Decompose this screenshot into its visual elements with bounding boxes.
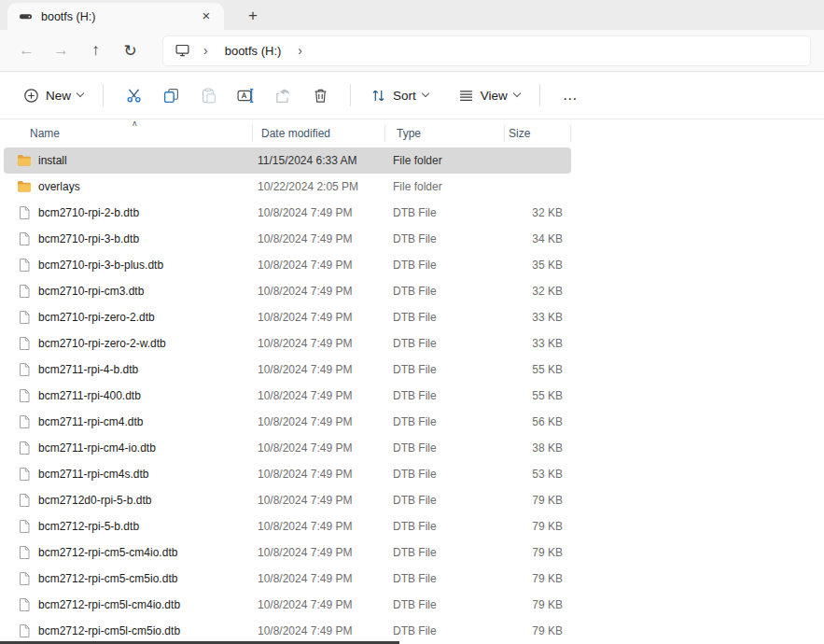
file-size: 79 KB	[500, 572, 567, 585]
tab-close-icon[interactable]: ×	[196, 7, 216, 27]
file-date-modified: 10/8/2024 7:49 PM	[248, 415, 381, 428]
file-size: 53 KB	[500, 468, 567, 481]
new-button-label: New	[46, 89, 71, 103]
refresh-button[interactable]: ↻	[113, 35, 147, 65]
cut-button[interactable]	[115, 79, 152, 111]
column-header-name[interactable]: Name	[4, 119, 252, 147]
file-type: File folder	[381, 180, 500, 193]
file-type: DTB File	[381, 520, 500, 533]
file-date-modified: 10/8/2024 7:49 PM	[248, 598, 381, 611]
view-list-icon	[458, 88, 474, 104]
file-icon	[17, 362, 32, 377]
chevron-down-icon	[513, 90, 521, 97]
file-name: bcm2710-rpi-cm3.dtb	[38, 285, 144, 298]
file-icon	[17, 231, 32, 246]
address-bar[interactable]: › bootfs (H:) ›	[162, 35, 811, 66]
copy-button[interactable]	[152, 79, 189, 111]
table-row[interactable]: bcm2711-rpi-cm4-io.dtb 10/8/2024 7:49 PM…	[4, 435, 571, 461]
new-tab-button[interactable]: +	[241, 5, 265, 27]
table-row[interactable]: bcm2710-rpi-3-b-plus.dtb 10/8/2024 7:49 …	[4, 252, 571, 278]
up-button[interactable]: ↑	[78, 35, 113, 65]
file-date-modified: 11/15/2024 6:33 AM	[248, 154, 381, 167]
column-header-type[interactable]: Type	[384, 119, 504, 147]
table-row[interactable]: bcm2710-rpi-cm3.dtb 10/8/2024 7:49 PM DT…	[4, 278, 571, 304]
sort-button[interactable]: Sort	[362, 81, 437, 110]
delete-button[interactable]	[301, 79, 339, 111]
view-button[interactable]: View	[450, 81, 528, 110]
file-type: DTB File	[381, 206, 500, 219]
table-row[interactable]: bcm2711-rpi-400.dtb 10/8/2024 7:49 PM DT…	[4, 383, 571, 409]
table-row[interactable]: bcm2712d0-rpi-5-b.dtb 10/8/2024 7:49 PM …	[4, 487, 571, 513]
file-type: DTB File	[381, 232, 500, 245]
file-date-modified: 10/8/2024 7:49 PM	[248, 468, 381, 481]
view-button-label: View	[481, 89, 508, 103]
folder-icon	[17, 153, 32, 168]
file-size: 32 KB	[500, 206, 567, 219]
table-row[interactable]: bcm2712-rpi-5-b.dtb 10/8/2024 7:49 PM DT…	[4, 513, 571, 539]
table-row[interactable]: bcm2711-rpi-4-b.dtb 10/8/2024 7:49 PM DT…	[4, 357, 571, 383]
row-icon-slot	[17, 545, 32, 560]
file-type: DTB File	[381, 546, 500, 559]
file-type: File folder	[381, 154, 500, 167]
file-icon	[17, 414, 32, 429]
table-row[interactable]: bcm2710-rpi-2-b.dtb 10/8/2024 7:49 PM DT…	[4, 200, 571, 226]
table-row[interactable]: bcm2710-rpi-3-b.dtb 10/8/2024 7:49 PM DT…	[4, 226, 571, 252]
row-icon-slot	[17, 179, 32, 194]
share-button[interactable]	[264, 79, 301, 111]
row-icon-slot	[17, 571, 32, 586]
file-date-modified: 10/8/2024 7:49 PM	[248, 232, 381, 245]
column-header-date-modified[interactable]: Date modified	[252, 119, 384, 147]
table-row[interactable]: bcm2710-rpi-zero-2-w.dtb 10/8/2024 7:49 …	[4, 330, 571, 357]
file-icon	[17, 310, 32, 325]
this-pc-icon[interactable]	[173, 43, 192, 58]
folder-icon	[17, 179, 32, 194]
table-row[interactable]: bcm2712-rpi-cm5l-cm4io.dtb 10/8/2024 7:4…	[4, 592, 571, 618]
file-size: 56 KB	[500, 415, 567, 428]
drive-icon	[19, 9, 33, 23]
row-icon-slot	[17, 205, 32, 220]
sort-button-label: Sort	[393, 89, 416, 103]
new-button[interactable]: New	[15, 81, 91, 110]
breadcrumb-chevron-icon: ›	[196, 43, 216, 58]
forward-button[interactable]: →	[44, 35, 78, 65]
table-row[interactable]: overlays 10/22/2024 2:05 PM File folder	[4, 174, 571, 200]
table-row[interactable]: bcm2712-rpi-cm5-cm5io.dtb 10/8/2024 7:49…	[4, 566, 571, 592]
file-size: 32 KB	[500, 285, 567, 298]
file-icon	[17, 205, 32, 220]
clipboard-icon	[201, 88, 216, 104]
file-size: 55 KB	[500, 389, 567, 402]
file-size: 34 KB	[500, 232, 567, 245]
navigation-bar: ← → ↑ ↻ › bootfs (H:) ›	[0, 30, 824, 72]
file-size: 79 KB	[500, 494, 567, 507]
table-row[interactable]: bcm2711-rpi-cm4.dtb 10/8/2024 7:49 PM DT…	[4, 409, 571, 435]
header-divider	[252, 125, 253, 142]
file-type: DTB File	[381, 311, 500, 324]
file-date-modified: 10/8/2024 7:49 PM	[248, 389, 381, 402]
file-name: bcm2710-rpi-3-b.dtb	[38, 232, 139, 245]
table-row[interactable]: bcm2712-rpi-cm5l-cm5io.dtb 10/8/2024 7:4…	[4, 618, 571, 644]
table-row[interactable]: bcm2711-rpi-cm4s.dtb 10/8/2024 7:49 PM D…	[4, 461, 571, 487]
trash-icon	[313, 88, 328, 104]
file-icon	[17, 545, 32, 560]
table-row[interactable]: bcm2710-rpi-zero-2.dtb 10/8/2024 7:49 PM…	[4, 304, 571, 330]
file-date-modified: 10/8/2024 7:49 PM	[248, 624, 381, 637]
new-plus-icon	[23, 88, 39, 104]
row-icon-slot	[17, 519, 32, 534]
file-icon	[17, 571, 32, 586]
paste-button[interactable]	[189, 79, 227, 111]
back-button[interactable]: ←	[9, 35, 44, 65]
file-type: DTB File	[381, 598, 500, 611]
breadcrumb-segment[interactable]: bootfs (H:)	[219, 42, 287, 60]
file-name: bcm2710-rpi-2-b.dtb	[38, 206, 139, 219]
see-more-button[interactable]: …	[552, 83, 590, 107]
file-type: DTB File	[381, 624, 500, 637]
rename-button[interactable]	[227, 79, 264, 111]
column-header-size[interactable]: Size	[504, 119, 571, 147]
row-icon-slot	[17, 336, 32, 351]
table-row[interactable]: bcm2712-rpi-cm5-cm4io.dtb 10/8/2024 7:49…	[4, 539, 571, 566]
file-name: bcm2712d0-rpi-5-b.dtb	[38, 494, 151, 507]
toolbar-divider	[350, 84, 351, 106]
table-row[interactable]: install 11/15/2024 6:33 AM File folder	[4, 147, 571, 174]
explorer-tab[interactable]: bootfs (H:) ×	[7, 3, 224, 30]
file-name: bcm2712-rpi-5-b.dtb	[38, 520, 139, 533]
